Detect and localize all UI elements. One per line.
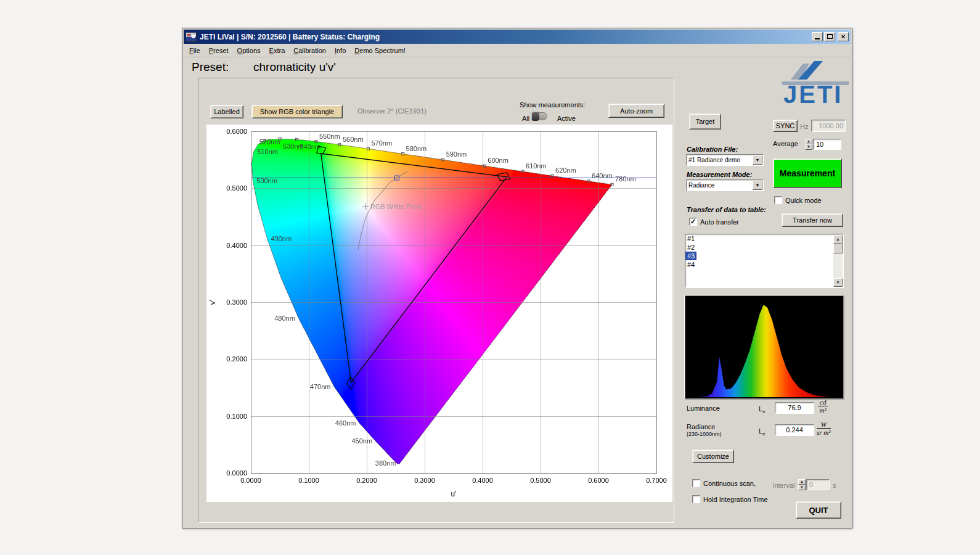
radiance-value: 0.244 xyxy=(775,424,814,436)
jeti-logo: JETI xyxy=(782,61,849,105)
sync-frequency-input[interactable]: 1000.00 xyxy=(811,120,846,132)
auto-transfer-checkbox-row: ✓ Auto transfer xyxy=(689,218,739,226)
listbox-scrollbar[interactable]: ▲ ▼ xyxy=(833,235,843,287)
menu-info[interactable]: Info xyxy=(330,45,350,56)
menu-calibration[interactable]: Calibration xyxy=(289,45,330,56)
chevron-down-icon[interactable]: ▼ xyxy=(753,181,762,190)
transfer-now-button[interactable]: Transfer now xyxy=(782,213,843,227)
list-item[interactable]: #1 xyxy=(685,234,696,243)
preset-value: chromaticity u'v' xyxy=(253,60,336,74)
measurement-mode-dropdown[interactable]: Radiance ▼ xyxy=(686,179,764,191)
show-measurements-label: Show measurements: xyxy=(520,101,585,109)
average-label: Average xyxy=(773,140,798,147)
toggle-all-label: All xyxy=(522,115,529,122)
luminance-value: 76.9 xyxy=(775,402,814,414)
desktop-background: JETI LiVal | S/N: 2012560 | Battery Stat… xyxy=(0,0,980,555)
spectrum-preview-panel xyxy=(685,295,844,399)
chevron-down-icon[interactable]: ▼ xyxy=(753,155,762,165)
menu-bar: FilePresetOptionsExtraCalibrationInfoDem… xyxy=(184,44,851,57)
radiance-range-label: (230-1000nm) xyxy=(687,431,722,437)
app-icon xyxy=(186,32,197,42)
calibration-file-dropdown[interactable]: #1 Radiance demo ▼ xyxy=(686,154,764,166)
list-item[interactable]: #3 xyxy=(685,252,696,260)
radiance-label: Radiance xyxy=(687,423,715,430)
title-bar[interactable]: JETI LiVal | S/N: 2012560 | Battery Stat… xyxy=(184,30,851,44)
luminance-symbol: Lv xyxy=(759,405,765,414)
menu-demo-spectrum-[interactable]: Demo Spectrum! xyxy=(350,45,410,56)
interval-input[interactable]: 0 xyxy=(806,479,830,490)
toggle-active-label: Active xyxy=(557,115,576,122)
hold-integration-checkbox-row: Hold Integration Time xyxy=(692,495,768,503)
chromaticity-chart-canvas[interactable] xyxy=(206,125,672,502)
continuous-scan-checkbox[interactable] xyxy=(692,479,700,487)
app-window: JETI LiVal | S/N: 2012560 | Battery Stat… xyxy=(182,28,852,528)
toggle-knob-icon xyxy=(531,112,539,121)
quick-mode-checkbox-row: Quick mode xyxy=(774,196,822,204)
measurement-listbox: ▲ ▼ #1#2#3#4 xyxy=(685,234,844,288)
menu-file[interactable]: File xyxy=(185,45,205,56)
calibration-file-value: #1 Radiance demo xyxy=(687,157,753,163)
svg-text:JETI: JETI xyxy=(783,81,843,105)
spectrum-preview-canvas xyxy=(685,296,843,398)
luminance-label: Luminance xyxy=(687,405,720,412)
calibration-file-label: Calibration File: xyxy=(687,146,738,153)
menu-extra[interactable]: Extra xyxy=(265,45,290,56)
target-button[interactable]: Target xyxy=(689,113,721,130)
scroll-up-icon[interactable]: ▲ xyxy=(833,235,843,244)
interval-spinner[interactable]: ▲▼ xyxy=(798,479,806,490)
observer-label: Observer 2° (CIE1931) xyxy=(357,107,427,115)
spinner-down-icon[interactable]: ▼ xyxy=(798,485,806,490)
minimize-icon xyxy=(815,38,820,39)
transfer-data-label: Transfer of data to table: xyxy=(687,206,766,213)
hold-integration-checkbox[interactable] xyxy=(692,495,700,503)
scrollbar-thumb[interactable] xyxy=(833,244,843,253)
customize-button[interactable]: Customize xyxy=(692,450,734,463)
interval-label: interval xyxy=(773,482,794,489)
preset-label: Preset: xyxy=(192,60,229,74)
measurement-mode-label: Measurement Mode: xyxy=(687,171,752,178)
chart-panel: Labelled Show RGB color triangle Observe… xyxy=(198,78,674,523)
radiance-symbol: Le xyxy=(759,427,766,437)
radiance-unit: W sr m² xyxy=(817,421,831,436)
spinner-up-icon[interactable]: ▲ xyxy=(805,139,812,144)
list-item[interactable]: #2 xyxy=(685,243,696,252)
maximize-icon xyxy=(827,34,833,39)
interval-unit-label: s xyxy=(833,482,836,489)
window-content: Preset: chromaticity u'v' Labelled Show … xyxy=(184,57,851,527)
menu-preset[interactable]: Preset xyxy=(205,45,233,56)
hz-label: Hz xyxy=(800,123,808,130)
average-input[interactable]: 10 xyxy=(813,139,841,150)
spinner-down-icon[interactable]: ▼ xyxy=(805,144,812,150)
spinner-up-icon[interactable]: ▲ xyxy=(798,479,806,485)
close-button[interactable]: × xyxy=(838,32,849,41)
menu-options[interactable]: Options xyxy=(233,45,265,56)
auto-transfer-label: Auto transfer xyxy=(700,218,739,226)
hold-integration-label: Hold Integration Time xyxy=(703,496,768,503)
average-spinner[interactable]: ▲▼ xyxy=(805,139,812,150)
continuous-scan-label: Continuous scan, xyxy=(703,480,756,487)
list-item[interactable]: #4 xyxy=(685,260,696,269)
sync-button[interactable]: SYNC xyxy=(773,120,798,132)
luminance-unit: cd m² xyxy=(818,398,828,414)
measurement-mode-value: Radiance xyxy=(687,182,753,189)
measurement-button[interactable]: Measurement xyxy=(773,158,842,188)
continuous-scan-checkbox-row: Continuous scan, xyxy=(692,479,756,487)
quit-button[interactable]: QUIT xyxy=(796,501,841,519)
close-icon: × xyxy=(838,33,848,40)
maximize-button[interactable] xyxy=(824,32,835,41)
quick-mode-checkbox[interactable] xyxy=(774,196,782,204)
auto-transfer-checkbox[interactable]: ✓ xyxy=(689,218,697,226)
labelled-button[interactable]: Labelled xyxy=(210,105,243,118)
measurements-toggle[interactable] xyxy=(531,112,547,120)
minimize-button[interactable] xyxy=(812,32,823,41)
scroll-down-icon[interactable]: ▼ xyxy=(833,278,843,287)
show-rgb-triangle-button[interactable]: Show RGB color triangle xyxy=(251,105,343,118)
window-title: JETI LiVal | S/N: 2012560 | Battery Stat… xyxy=(200,33,380,41)
quick-mode-label: Quick mode xyxy=(785,197,822,204)
auto-zoom-button[interactable]: Auto-zoom xyxy=(608,104,664,118)
